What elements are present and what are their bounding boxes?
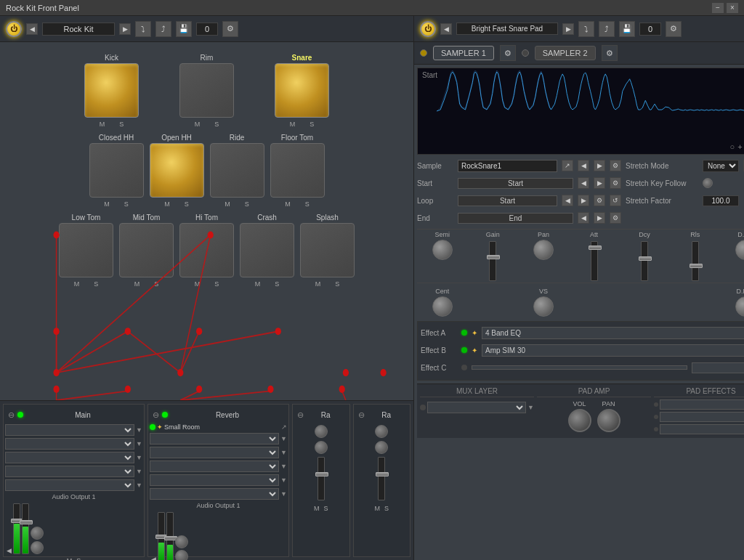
ra2-fader-handle[interactable] — [376, 472, 389, 476]
main-knob-1[interactable] — [31, 527, 44, 540]
ra2-s-label[interactable]: S — [384, 505, 389, 512]
loop-settings-btn[interactable]: ⚙ — [594, 195, 605, 206]
pe-select-1[interactable] — [660, 399, 744, 410]
pad-openhh-m[interactable]: M — [164, 200, 170, 208]
pad-closedhh[interactable] — [89, 143, 144, 198]
mux-layer-select[interactable] — [427, 402, 526, 413]
main-s-label[interactable]: S — [76, 557, 81, 560]
waveform-plus[interactable]: + — [737, 142, 742, 151]
pad-crash[interactable] — [240, 223, 294, 277]
right-save-button[interactable]: 💾 — [619, 21, 635, 37]
pad-floortom-s[interactable]: S — [305, 200, 310, 208]
pad-hitom-m[interactable]: M — [195, 280, 201, 288]
sample-link-btn[interactable]: ↗ — [562, 160, 573, 171]
loop-next-btn[interactable]: ▶ — [578, 195, 589, 206]
left-export-button[interactable]: ⤴ — [155, 21, 171, 37]
main-channel-select-1[interactable] — [5, 424, 134, 436]
pad-kick-m[interactable]: M — [100, 121, 105, 128]
reverb-knob-2[interactable] — [175, 550, 188, 560]
left-save-button[interactable]: 💾 — [176, 21, 192, 37]
pad-floortom[interactable] — [270, 143, 325, 198]
main-m-label[interactable]: M — [67, 557, 73, 560]
mixer-main-minus[interactable]: ⊖ — [8, 410, 15, 420]
main-channel-select-3[interactable] — [5, 452, 134, 463]
reverb-fader-left-arrow[interactable]: ◀ — [151, 556, 156, 560]
cent-knob[interactable] — [432, 296, 453, 317]
main-fader-handle-2[interactable] — [20, 520, 33, 524]
right-export-button[interactable]: ⤴ — [599, 21, 615, 37]
pad-snare[interactable] — [275, 63, 329, 118]
pad-lowtom[interactable] — [59, 223, 113, 277]
sample-prev-btn[interactable]: ◀ — [578, 160, 589, 171]
pad-floortom-m[interactable]: M — [285, 200, 291, 208]
main-channel-arrow-4[interactable]: ▼ — [136, 468, 142, 475]
pad-hitom[interactable] — [179, 223, 234, 277]
pad-ride-s[interactable]: S — [245, 200, 249, 208]
pad-rim-m[interactable]: M — [195, 121, 201, 128]
main-channel-arrow-3[interactable]: ▼ — [136, 454, 142, 461]
right-settings-button[interactable]: ⚙ — [666, 21, 682, 37]
close-button[interactable]: × — [727, 3, 738, 13]
pad-lowtom-s[interactable]: S — [94, 280, 98, 288]
reverb-channel-select-3[interactable] — [150, 460, 279, 472]
right-next-button[interactable]: ▶ — [562, 23, 574, 35]
pe-select-2[interactable] — [660, 412, 744, 422]
ra2-knob-2[interactable] — [375, 441, 388, 454]
ra1-knob-1[interactable] — [315, 425, 328, 438]
sample-settings-btn[interactable]: ⚙ — [610, 160, 621, 171]
pad-rim[interactable] — [179, 63, 234, 118]
pad-ride[interactable] — [210, 143, 264, 198]
start-prev-btn[interactable]: ◀ — [578, 177, 589, 189]
sampler2-settings-button[interactable]: ⚙ — [602, 45, 618, 61]
left-power-button[interactable]: ⏻ — [6, 21, 22, 37]
vs-knob[interactable] — [533, 296, 554, 317]
main-channel-arrow-2[interactable]: ▼ — [136, 440, 142, 447]
end-prev-btn[interactable]: ◀ — [578, 212, 589, 224]
reverb-knob-1[interactable] — [175, 535, 188, 548]
drnd-knob[interactable] — [735, 296, 744, 317]
pad-snare-s[interactable]: S — [310, 121, 314, 128]
left-next-button[interactable]: ▶ — [119, 23, 131, 35]
pad-midtom-s[interactable]: S — [154, 280, 158, 288]
pad-kick-s[interactable]: S — [119, 121, 124, 128]
pad-closedhh-s[interactable]: S — [124, 200, 129, 208]
semi-knob[interactable] — [432, 240, 453, 260]
main-channel-arrow-1[interactable]: ▼ — [136, 426, 142, 434]
pad-crash-s[interactable]: S — [275, 280, 279, 288]
right-prev-button[interactable]: ◀ — [440, 23, 452, 35]
pad-crash-m[interactable]: M — [255, 280, 261, 288]
pad-rim-s[interactable]: S — [214, 121, 219, 128]
left-prev-button[interactable]: ◀ — [26, 23, 38, 35]
left-settings-button[interactable]: ⚙ — [222, 21, 238, 37]
sampler1-tab[interactable]: SAMPLER 1 — [433, 46, 494, 60]
pan-knob-bottom[interactable] — [597, 409, 620, 432]
ra1-fader-handle[interactable] — [315, 472, 328, 476]
end-settings-btn[interactable]: ⚙ — [610, 212, 621, 224]
reverb-channel-select-2[interactable] — [150, 447, 279, 458]
left-import-button[interactable]: ⤵ — [135, 21, 151, 37]
mixer-reverb-minus[interactable]: ⊖ — [153, 410, 159, 420]
right-import-button[interactable]: ⤵ — [578, 21, 594, 37]
waveform-zoom-in[interactable]: ○ — [729, 142, 735, 151]
gain-fader-handle[interactable] — [487, 255, 500, 259]
pad-midtom[interactable] — [119, 223, 174, 277]
start-next-btn[interactable]: ▶ — [594, 177, 605, 189]
att-fader-handle[interactable] — [589, 245, 602, 250]
mux-layer-arrow[interactable]: ▼ — [527, 404, 534, 411]
pad-midtom-m[interactable]: M — [134, 280, 140, 288]
pad-openhh-s[interactable]: S — [185, 200, 189, 208]
main-channel-arrow-5[interactable]: ▼ — [136, 482, 142, 489]
reverb-effect-link[interactable]: ↗ — [281, 423, 287, 431]
reverb-channel-arrow-3[interactable]: ▼ — [280, 463, 287, 470]
stretch-mode-select[interactable]: None — [703, 160, 739, 172]
loop-refresh-btn[interactable]: ↺ — [610, 195, 621, 206]
reverb-channel-arrow-1[interactable]: ▼ — [280, 435, 287, 442]
main-fader-left-arrow[interactable]: ◀ — [7, 547, 12, 554]
right-power-button[interactable]: ⏻ — [420, 21, 436, 37]
ra1-s-label[interactable]: S — [323, 505, 328, 512]
reverb-channel-select-4[interactable] — [150, 474, 279, 486]
reverb-channel-select-5[interactable] — [150, 488, 279, 500]
pad-snare-m[interactable]: M — [290, 121, 296, 128]
reverb-channel-arrow-5[interactable]: ▼ — [280, 490, 287, 498]
rls-fader-handle[interactable] — [690, 264, 703, 268]
